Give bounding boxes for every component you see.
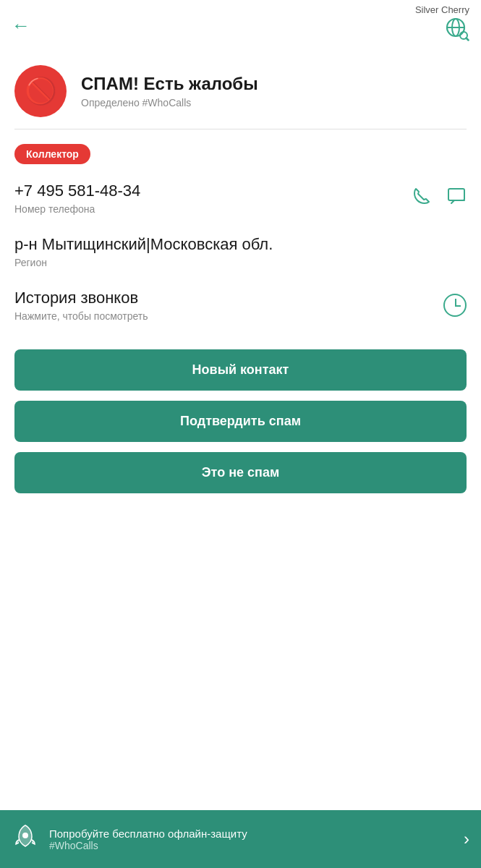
buttons-section: Новый контакт Подтвердить спам Это не сп… — [0, 342, 481, 508]
header: ← Silver Cherry — [0, 0, 481, 51]
spam-title: СПАМ! Есть жалобы — [81, 74, 258, 94]
tag-label: Коллектор — [14, 144, 90, 164]
new-contact-button[interactable]: Новый контакт — [14, 349, 467, 391]
rocket-icon — [12, 822, 39, 856]
message-icon[interactable] — [446, 186, 467, 211]
region-value: р-н Мытищинский|Московская обл. — [14, 235, 273, 254]
phone-number: +7 495 581-48-34 — [14, 182, 140, 200]
banner-text-block: Попробуйте бесплатно офлайн-защиту #WhoC… — [49, 827, 456, 851]
spam-icon: 🚫 — [14, 65, 67, 117]
globe-icon[interactable] — [445, 17, 469, 46]
clock-icon — [443, 294, 467, 317]
content-area: Коллектор +7 495 581-48-34 Номер телефон… — [0, 129, 481, 322]
svg-point-6 — [22, 833, 28, 838]
confirm-spam-button[interactable]: Подтвердить спам — [14, 401, 467, 442]
bottom-banner[interactable]: Попробуйте бесплатно офлайн-защиту #WhoC… — [0, 810, 481, 868]
back-button[interactable]: ← — [12, 16, 30, 35]
no-sign-icon: 🚫 — [25, 78, 57, 104]
phone-info-row[interactable]: +7 495 581-48-34 Номер телефона — [14, 182, 467, 215]
history-subtitle: Нажмите, чтобы посмотреть — [14, 310, 148, 322]
header-right: Silver Cherry — [415, 4, 469, 46]
region-info-row: р-н Мытищинский|Московская обл. Регион — [14, 235, 467, 268]
collector-tag[interactable]: Коллектор — [14, 144, 467, 182]
phone-action-icons — [412, 186, 467, 211]
spam-subtitle: Определено #WhoCalls — [81, 97, 258, 109]
spam-section: 🚫 СПАМ! Есть жалобы Определено #WhoCalls — [0, 51, 481, 129]
region-text-block: р-н Мытищинский|Московская обл. Регион — [14, 235, 273, 268]
not-spam-button[interactable]: Это не спам — [14, 452, 467, 493]
history-info-row[interactable]: История звонков Нажмите, чтобы посмотрет… — [14, 289, 467, 322]
history-title: История звонков — [14, 289, 148, 307]
banner-chevron-icon: › — [464, 829, 469, 849]
spam-title-block: СПАМ! Есть жалобы Определено #WhoCalls — [81, 74, 258, 109]
svg-rect-5 — [448, 189, 464, 200]
call-icon[interactable] — [412, 186, 432, 211]
banner-main-text: Попробуйте бесплатно офлайн-защиту — [49, 827, 456, 840]
phone-text-block: +7 495 581-48-34 Номер телефона — [14, 182, 140, 215]
history-text-block: История звонков Нажмите, чтобы посмотрет… — [14, 289, 148, 322]
region-label: Регион — [14, 257, 273, 268]
svg-line-4 — [467, 38, 469, 41]
phone-label: Номер телефона — [14, 203, 140, 215]
banner-sub-text: #WhoCalls — [49, 840, 456, 851]
app-name-label: Silver Cherry — [415, 4, 469, 15]
